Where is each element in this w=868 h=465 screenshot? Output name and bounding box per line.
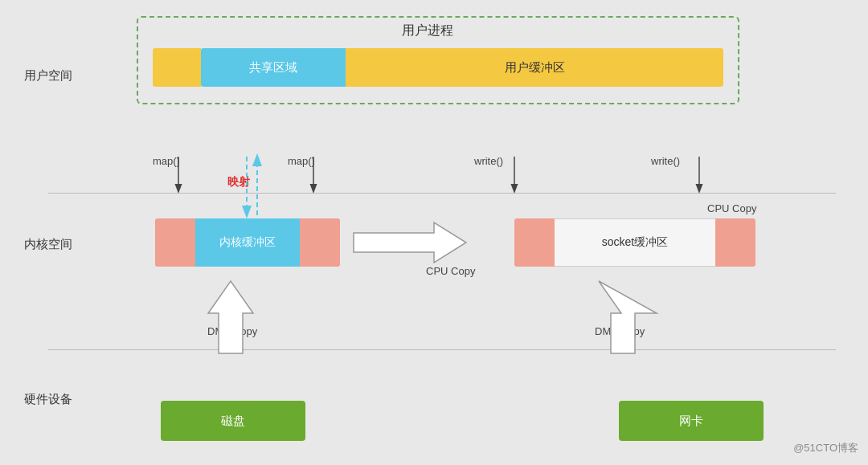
user-process-title: 用户进程 <box>402 22 453 39</box>
mapping-label: 映射 <box>227 175 250 190</box>
disk-box: 磁盘 <box>161 401 305 441</box>
divider-1 <box>48 193 836 194</box>
svg-marker-6 <box>354 222 466 263</box>
cpu-copy-top-label: CPU Copy <box>707 202 756 214</box>
kernel-space-label: 内核空间 <box>24 237 72 252</box>
write2-label: write() <box>651 155 680 167</box>
user-space-label: 用户空间 <box>24 68 72 84</box>
write1-label: write() <box>474 155 503 167</box>
socket-buffer-wrap: socket缓冲区 <box>514 218 755 267</box>
socket-buf-left <box>514 218 555 267</box>
user-buffer-bar: 共享区域 用户缓冲区 <box>153 48 723 87</box>
dma-copy-down-label: DMA Copy <box>595 325 645 337</box>
yellow-left-pad <box>153 48 201 87</box>
kernel-buf-right <box>300 218 340 267</box>
map1-label: map() <box>153 155 180 167</box>
svg-marker-8 <box>599 281 657 353</box>
kernel-buffer-wrap: 内核缓冲区 <box>155 218 340 267</box>
watermark: @51CTO博客 <box>793 441 858 455</box>
svg-marker-7 <box>208 281 253 353</box>
cpu-copy-mid-label: CPU Copy <box>426 265 475 277</box>
nic-box: 网卡 <box>619 401 764 441</box>
dma-copy-up-label: DMA Copy <box>207 325 257 337</box>
kernel-buf-left <box>155 218 195 267</box>
map2-label: map() <box>288 155 315 167</box>
user-buffer-box: 用户缓冲区 <box>346 48 723 87</box>
diagram: 用户空间 内核空间 硬件设备 用户进程 共享区域 用户缓冲区 内核缓冲区 soc… <box>0 0 868 465</box>
divider-2 <box>48 349 836 350</box>
kernel-buffer-box: 内核缓冲区 <box>195 218 300 267</box>
socket-buffer-box: socket缓冲区 <box>555 218 715 267</box>
shared-region-box: 共享区域 <box>201 48 346 87</box>
hardware-label: 硬件设备 <box>24 392 72 407</box>
socket-buf-right <box>715 218 755 267</box>
